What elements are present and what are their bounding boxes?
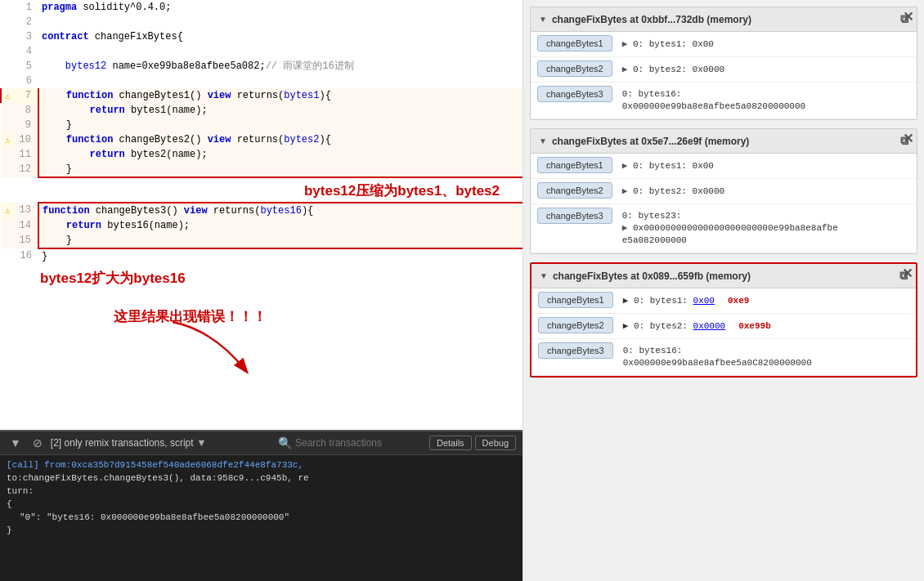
code-line-12: 12 } — [1, 162, 523, 177]
warn-9 — [1, 118, 14, 132]
debug-tab-btn[interactable]: Debug — [475, 436, 516, 450]
linenum-14: 14 — [14, 218, 38, 233]
changeBytes1-btn-2[interactable]: changeBytes1 — [537, 157, 612, 173]
changeBytes3-btn-1[interactable]: changeBytes3 — [537, 86, 612, 102]
fn-row-3-1: changeBytes1 ▶ 0: bytes1: 0x00 0xe9 — [532, 288, 916, 314]
result-value-3-1: ▶ 0: bytes1: 0x00 — [623, 294, 715, 307]
warn-3 — [1, 29, 14, 44]
changeBytes2-btn-2[interactable]: changeBytes2 — [537, 182, 612, 199]
linenum-8: 8 — [14, 103, 38, 118]
changeBytes2-btn-1[interactable]: changeBytes2 — [537, 60, 612, 77]
contract-block-2: ✕ ▼ changeFixBytes at 0x5e7...26e9f (mem… — [530, 128, 917, 254]
linecontent-15: } — [38, 233, 523, 248]
changeBytes1-btn-3[interactable]: changeBytes1 — [538, 292, 613, 308]
contract-title-3: changeFixBytes at 0x089...659fb (memory) — [553, 270, 751, 282]
annotation-row-2: bytes12扩大为bytes16 — [1, 264, 523, 289]
result-value-3-2: ▶ 0: bytes2: 0x0000 — [623, 320, 725, 333]
linecontent-14: return bytes16(name); — [38, 218, 523, 233]
fn-row-2-1: changeBytes1 ▶ 0: bytes1: 0x00 — [531, 154, 917, 179]
fn-result-2-3: 0: bytes23:▶ 0x000000000000000000000000e… — [619, 208, 910, 249]
warn-10: ⚠ — [1, 132, 14, 147]
fn-row-3-3: changeBytes3 0: bytes16:0x000000e99ba8e8… — [532, 339, 916, 376]
fn-result-1-3: 0: bytes16:0x000000e99ba8e8afbee5a082000… — [619, 86, 910, 115]
linenum-2: 2 — [14, 15, 38, 29]
search-icon: 🔍 — [278, 436, 292, 450]
linecontent-6 — [38, 74, 523, 88]
linenum-13: 13 — [14, 203, 38, 218]
contract-block-3: ✕ ▼ changeFixBytes at 0x089...659fb (mem… — [530, 262, 917, 378]
close-contract-1-btn[interactable]: ✕ — [903, 11, 913, 24]
linecontent-7: function changeBytes1() view returns(byt… — [38, 88, 523, 103]
terminal-clear-btn[interactable]: ⊘ — [29, 435, 46, 451]
details-tab-btn[interactable]: Details — [429, 436, 472, 450]
search-input[interactable] — [295, 437, 418, 449]
terminal-line-2: to:changeFixBytes.changeBytes3(), data:9… — [7, 472, 516, 485]
fn-row-2-2: changeBytes2 ▶ 0: bytes2: 0x0000 — [531, 179, 917, 204]
fn-row-1-3: changeBytes3 0: bytes16:0x000000e99ba8e8… — [531, 83, 917, 119]
fn-row-2-3: changeBytes3 0: bytes23:▶ 0x000000000000… — [531, 204, 917, 253]
terminal-output: [call] from:0xca35b7d915458ef540ade6068d… — [0, 455, 523, 581]
right-panel: ✕ ▼ changeFixBytes at 0xbbf...732db (mem… — [523, 0, 924, 581]
terminal-dropdown-arrow[interactable]: ▼ — [199, 437, 205, 449]
warn-12 — [1, 162, 14, 177]
linecontent-1: pragma solidity^0.4.0; — [38, 0, 523, 15]
code-line-14: 14 return bytes16(name); — [1, 218, 523, 233]
fn-result-3-2: ▶ 0: bytes2: 0x0000 0xe99b — [620, 317, 909, 335]
terminal-search-box: 🔍 — [278, 436, 418, 450]
fn-result-1-2: ▶ 0: bytes2: 0x0000 — [619, 60, 910, 78]
warn-4 — [1, 44, 14, 59]
linenum-9: 9 — [14, 118, 38, 132]
fn-result-2-2: ▶ 0: bytes2: 0x0000 — [619, 182, 910, 200]
warn-7: ⚠ — [1, 88, 14, 103]
close-contract-2-btn[interactable]: ✕ — [903, 132, 913, 145]
annotation-xe99b: 0xe99b — [738, 320, 771, 333]
linenum-7: 7 — [14, 88, 38, 103]
linecontent-9: } — [38, 118, 523, 132]
fn-row-1-2: changeBytes2 ▶ 0: bytes2: 0x0000 — [531, 57, 917, 83]
warn-8 — [1, 103, 14, 118]
warn-11 — [1, 147, 14, 162]
annotation-xe9: 0xe9 — [728, 294, 749, 307]
changeBytes1-btn-1[interactable]: changeBytes1 — [537, 35, 612, 51]
changeBytes3-btn-2[interactable]: changeBytes3 — [537, 208, 612, 224]
annotation-compress: bytes12压缩为bytes1、bytes2 — [298, 180, 506, 202]
code-section: 1 pragma solidity^0.4.0; 2 3 contract ch… — [0, 0, 523, 430]
code-line-6: 6 — [1, 74, 523, 88]
changeBytes3-btn-3[interactable]: changeBytes3 — [538, 342, 613, 359]
terminal-line-5: "0": "bytes16: 0x000000e99ba8e8afbee5a08… — [7, 511, 516, 524]
chevron-icon-2: ▼ — [539, 136, 547, 145]
terminal-line-1: [call] from:0xca35b7d915458ef540ade6068d… — [7, 458, 516, 472]
code-line-13: ⚠ 13 function changeBytes3() view return… — [1, 203, 523, 218]
linecontent-12: } — [38, 162, 523, 177]
linecontent-4 — [38, 44, 523, 59]
close-contract-3-btn[interactable]: ✕ — [902, 267, 913, 280]
linecontent-5: bytes12 name=0xe99ba8e8afbee5a082;// 雨课堂… — [38, 59, 523, 74]
code-wrapper: 1 pragma solidity^0.4.0; 2 3 contract ch… — [0, 0, 523, 331]
linenum-1: 1 — [14, 0, 38, 15]
linenum-10: 10 — [14, 132, 38, 147]
fn-result-2-1: ▶ 0: bytes1: 0x00 — [619, 157, 910, 175]
linecontent-16: } — [38, 248, 523, 264]
code-line-1: 1 pragma solidity^0.4.0; — [1, 0, 523, 15]
linenum-11: 11 — [14, 147, 38, 162]
code-line-10: ⚠ 10 function changeBytes2() view return… — [1, 132, 523, 147]
contract-header-2: ▼ changeFixBytes at 0x5e7...26e9f (memor… — [531, 129, 917, 154]
contract-block-1: ✕ ▼ changeFixBytes at 0xbbf...732db (mem… — [530, 7, 917, 120]
code-line-2: 2 — [1, 15, 523, 29]
code-line-7: ⚠ 7 function changeBytes1() view returns… — [1, 88, 523, 103]
left-panel: 1 pragma solidity^0.4.0; 2 3 contract ch… — [0, 0, 523, 581]
linecontent-13: function changeBytes3() view returns(byt… — [38, 203, 523, 218]
code-line-11: 11 return bytes2(name); — [1, 147, 523, 162]
linenum-12: 12 — [14, 162, 38, 177]
terminal-scroll-btn[interactable]: ▼ — [7, 435, 25, 451]
linenum-15: 15 — [14, 233, 38, 248]
changeBytes2-btn-3[interactable]: changeBytes2 — [538, 317, 613, 333]
contract-header-3: ▼ changeFixBytes at 0x089...659fb (memor… — [532, 264, 916, 288]
error-arrow — [164, 314, 262, 379]
linecontent-10: function changeBytes2() view returns(byt… — [38, 132, 523, 147]
linenum-5: 5 — [14, 59, 38, 74]
linenum-16: 16 — [14, 248, 38, 264]
linecontent-11: return bytes2(name); — [38, 147, 523, 162]
linenum-6: 6 — [14, 74, 38, 88]
code-line-8: 8 return bytes1(name); — [1, 103, 523, 118]
